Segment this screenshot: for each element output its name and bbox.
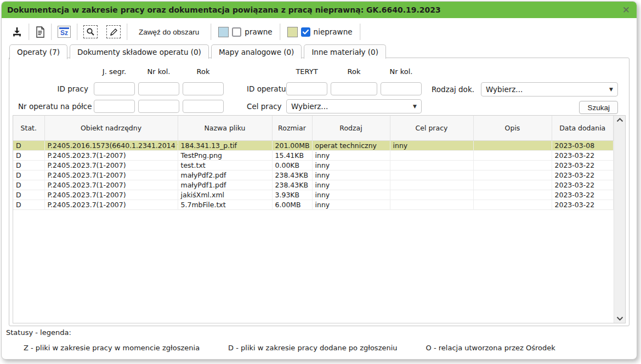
table-cell: inny (390, 140, 473, 150)
tab-operaty[interactable]: Operaty (7) (9, 44, 67, 59)
id-operatu-teryt-input[interactable] (286, 82, 327, 95)
tab-dokumenty-skladowe[interactable]: Dokumenty składowe operatu (0) (70, 44, 209, 59)
table-cell: D (13, 140, 44, 150)
table-row[interactable]: DP.2405.2023.7(1-2007)jakiśXml.xml3.93KB… (13, 190, 614, 200)
document-button[interactable] (31, 24, 49, 40)
toolbar-separator (77, 24, 77, 40)
vertical-scrollbar[interactable] (614, 116, 625, 323)
filter-group-rodzaj: Rodzaj dok. Wybierz... ▼ Szukaj (432, 82, 618, 114)
table-cell: D (13, 150, 44, 160)
table-cell (390, 200, 473, 209)
table-row[interactable]: DP.2405.2023.7(1-2007)małyPdf2.pdf238.43… (13, 170, 614, 180)
table-cell: 2023-03-22 (552, 170, 614, 180)
filter-group-id-pracy: J. segr. Nr kol. Rok ID pracy Nr operatu… (18, 65, 224, 113)
table-cell (390, 180, 473, 190)
table-row[interactable]: DP.2405.2023.7(1-2007)TestPng.png15.41KB… (13, 150, 614, 160)
status-legend-item-d: D - pliki w zakresie pracy dodane po zgł… (228, 344, 397, 352)
table-cell (473, 190, 552, 200)
column-header[interactable]: Rozmiar (272, 116, 312, 140)
rodzaj-dok-select[interactable]: Wybierz... ▼ (481, 82, 618, 96)
table-cell (390, 190, 473, 200)
table-cell (473, 140, 552, 150)
table-cell: inny (312, 180, 390, 190)
szukaj-button[interactable]: Szukaj (579, 101, 618, 114)
cel-pracy-select[interactable]: Wybierz... ▼ (286, 99, 422, 113)
tab-inne-materialy[interactable]: Inne materiały (0) (304, 44, 386, 59)
edit-area-button[interactable] (102, 24, 125, 40)
filter-group-id-operatu: TERYT Rok Nr kol. ID operatu Cel pracy W… (247, 65, 422, 113)
table-cell: D (13, 180, 44, 190)
sz-button[interactable]: Sz (53, 24, 75, 40)
table-cell: małyPdf2.pdf (178, 170, 272, 180)
header-teryt: TERYT (286, 67, 327, 76)
scroll-down-icon[interactable] (616, 316, 623, 321)
status-legend-item-z: Z - pliki w zakresie pracy w momencie zg… (24, 344, 200, 352)
table-cell (473, 150, 552, 160)
table-row[interactable]: DP.2405.2023.7(1-2007)test.txt0.00KBinny… (13, 160, 614, 170)
tab-strip: Operaty (7) Dokumenty składowe operatu (… (9, 44, 637, 59)
prawne-checkbox[interactable] (232, 27, 241, 37)
nr-operatu-3-input[interactable] (183, 100, 224, 113)
nr-operatu-2-input[interactable] (138, 100, 179, 113)
close-icon[interactable]: ✕ (622, 5, 630, 15)
table-cell: inny (312, 150, 390, 160)
column-header[interactable]: Obiekt nadrzędny (44, 116, 178, 140)
table-cell: 2023-03-22 (552, 150, 614, 160)
id-operatu-nrkol-input[interactable] (381, 82, 422, 95)
column-header[interactable]: Rodzaj (312, 116, 390, 140)
id-pracy-jsegr-input[interactable] (94, 82, 135, 95)
table-cell: P.2405.2016.1573(6640.1.2341.2014 t... (44, 140, 178, 150)
table-cell (390, 170, 473, 180)
id-pracy-label: ID pracy (18, 84, 90, 93)
prawne-label: prawne (245, 27, 272, 36)
table-cell: inny (312, 200, 390, 209)
table-cell: P.2405.2023.7(1-2007) (44, 200, 178, 209)
table-cell: 6.00MB (272, 200, 312, 209)
nr-operatu-1-input[interactable] (94, 100, 135, 113)
table-cell: test.txt (178, 160, 272, 170)
toolbar: Sz Zawęź do obszaru prawne (7, 22, 637, 41)
column-header[interactable]: Nazwa pliku (178, 116, 272, 140)
column-header[interactable]: Data dodania (552, 116, 614, 140)
narrow-to-area-button[interactable]: Zawęź do obszaru (129, 24, 209, 40)
table-cell: inny (312, 170, 390, 180)
column-header[interactable]: Opis (473, 116, 552, 140)
table-cell: P.2405.2023.7(1-2007) (44, 150, 178, 160)
status-legend: Statusy - legenda: Z - pliki w zakresie … (6, 328, 555, 352)
table-row[interactable]: DP.2405.2016.1573(6640.1.2341.2014 t...1… (13, 140, 614, 150)
nieprawne-checkbox[interactable] (301, 27, 310, 37)
download-icon (12, 26, 22, 37)
table-cell: D (13, 160, 44, 170)
table-cell (473, 160, 552, 170)
table-cell: małyPdf1.pdf (178, 180, 272, 190)
table-row[interactable]: DP.2405.2023.7(1-2007)małyPdf1.pdf238.43… (13, 180, 614, 190)
search-area-icon (83, 25, 98, 38)
title-bar: Dokumentacja w zakresie pracy oraz dokum… (2, 2, 637, 18)
edit-area-icon (106, 25, 121, 38)
column-header[interactable]: Stat. (13, 116, 44, 140)
column-header[interactable]: Cel pracy (390, 116, 473, 140)
table-cell: 3.93KB (272, 190, 312, 200)
download-button[interactable] (7, 24, 27, 40)
id-pracy-nrkol-input[interactable] (138, 82, 179, 95)
id-pracy-rok-input[interactable] (183, 82, 224, 95)
table-cell: 0.00KB (272, 160, 312, 170)
table-cell: P.2405.2023.7(1-2007) (44, 180, 178, 190)
tab-mapy-analogowe[interactable]: Mapy analogowe (0) (211, 44, 302, 59)
search-area-button[interactable] (79, 24, 102, 40)
table-cell: D (13, 200, 44, 209)
table-cell: P.2405.2023.7(1-2007) (44, 160, 178, 170)
scroll-up-icon[interactable] (616, 118, 623, 122)
rodzaj-dok-label: Rodzaj dok. (432, 85, 477, 94)
id-operatu-rok-input[interactable] (331, 82, 377, 95)
tab-content-panel: J. segr. Nr kol. Rok ID pracy Nr operatu… (9, 58, 629, 326)
table-cell: 5.7mbFile.txt (178, 200, 272, 209)
toolbar-separator (280, 24, 280, 40)
table-cell: inny (312, 160, 390, 170)
table-cell: 2023-03-22 (552, 190, 614, 200)
table-row[interactable]: DP.2405.2023.7(1-2007)5.7mbFile.txt6.00M… (13, 200, 614, 209)
table-cell: P.2405.2023.7(1-2007) (44, 190, 178, 200)
table-cell: inny (312, 190, 390, 200)
table-cell (473, 180, 552, 190)
table-cell: 2023-03-22 (552, 160, 614, 170)
